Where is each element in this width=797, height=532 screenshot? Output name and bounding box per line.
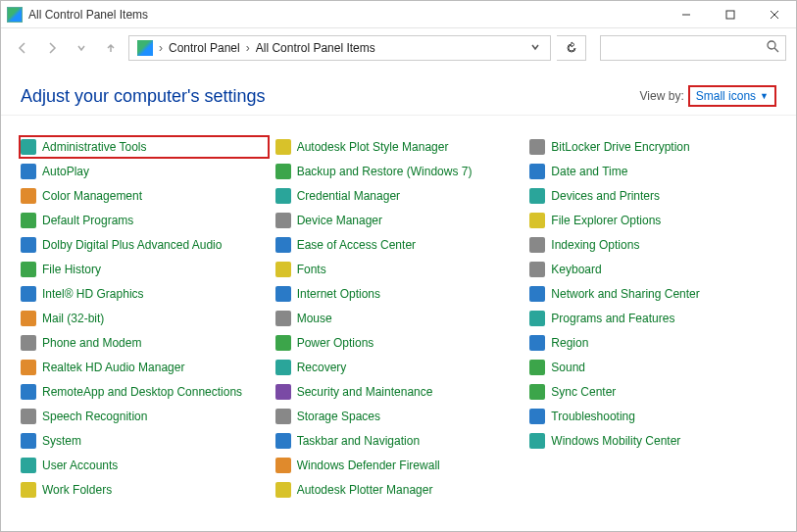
- chevron-right-icon[interactable]: ›: [244, 41, 252, 55]
- back-button[interactable]: [11, 36, 34, 60]
- breadcrumb-current[interactable]: All Control Panel Items: [252, 41, 379, 55]
- titlebar: All Control Panel Items: [1, 1, 796, 28]
- cpl-item-mouse[interactable]: Mouse: [274, 307, 524, 330]
- search-icon: [767, 40, 779, 56]
- keyboard-icon: [529, 262, 545, 277]
- cpl-item-autodesk-plot-style-manager[interactable]: Autodesk Plot Style Manager: [274, 135, 524, 159]
- date-and-time-icon: [529, 164, 545, 179]
- cpl-item-label: Credential Manager: [297, 189, 400, 203]
- cpl-item-label: Network and Sharing Center: [551, 287, 699, 301]
- chevron-down-icon: ▼: [760, 91, 769, 101]
- refresh-button[interactable]: [557, 35, 586, 61]
- cpl-item-mail-32-bit[interactable]: Mail (32-bit): [19, 307, 270, 330]
- cpl-item-label: Phone and Modem: [42, 336, 141, 350]
- cpl-item-recovery[interactable]: Recovery: [274, 356, 524, 379]
- cpl-item-network-and-sharing-center[interactable]: Network and Sharing Center: [527, 282, 778, 306]
- cpl-item-label: Internet Options: [297, 287, 380, 301]
- cpl-item-label: Dolby Digital Plus Advanced Audio: [42, 238, 222, 252]
- cpl-item-default-programs[interactable]: Default Programs: [19, 209, 270, 232]
- cpl-item-windows-defender-firewall[interactable]: Windows Defender Firewall: [274, 454, 524, 477]
- view-by-label: View by:: [640, 89, 684, 103]
- address-bar[interactable]: › Control Panel › All Control Panel Item…: [128, 35, 551, 61]
- cpl-item-fonts[interactable]: Fonts: [274, 258, 524, 281]
- cpl-item-dolby-digital-plus-advanced-audio[interactable]: Dolby Digital Plus Advanced Audio: [19, 233, 270, 257]
- cpl-item-sync-center[interactable]: Sync Center: [527, 380, 778, 404]
- dolby-digital-plus-advanced-audio-icon: [21, 237, 36, 253]
- cpl-item-windows-mobility-center[interactable]: Windows Mobility Center: [527, 429, 778, 453]
- troubleshooting-icon: [529, 409, 545, 424]
- cpl-item-label: Windows Defender Firewall: [297, 459, 440, 472]
- cpl-item-taskbar-and-navigation[interactable]: Taskbar and Navigation: [274, 429, 524, 453]
- cpl-item-color-management[interactable]: Color Management: [19, 184, 270, 208]
- cpl-item-label: AutoPlay: [42, 165, 89, 178]
- internet-options-icon: [275, 286, 291, 302]
- cpl-item-realtek-hd-audio-manager[interactable]: Realtek HD Audio Manager: [19, 356, 270, 379]
- cpl-item-device-manager[interactable]: Device Manager: [274, 209, 524, 232]
- cpl-item-intel-hd-graphics[interactable]: Intel® HD Graphics: [19, 282, 270, 306]
- cpl-item-date-and-time[interactable]: Date and Time: [527, 160, 778, 183]
- minimize-button[interactable]: [664, 1, 708, 28]
- cpl-item-ease-of-access-center[interactable]: Ease of Access Center: [274, 233, 524, 257]
- cpl-item-file-explorer-options[interactable]: File Explorer Options: [527, 209, 778, 232]
- cpl-item-devices-and-printers[interactable]: Devices and Printers: [527, 184, 778, 208]
- cpl-item-programs-and-features[interactable]: Programs and Features: [527, 307, 778, 330]
- programs-and-features-icon: [529, 311, 545, 326]
- cpl-item-file-history[interactable]: File History: [19, 258, 270, 281]
- taskbar-and-navigation-icon: [275, 433, 291, 449]
- administrative-tools-icon: [21, 139, 36, 155]
- cpl-item-work-folders[interactable]: Work Folders: [19, 478, 270, 502]
- cpl-item-autodesk-plotter-manager[interactable]: Autodesk Plotter Manager: [274, 478, 524, 502]
- window-title: All Control Panel Items: [28, 8, 148, 22]
- up-button[interactable]: [99, 36, 123, 60]
- cpl-item-user-accounts[interactable]: User Accounts: [19, 454, 270, 477]
- cpl-item-label: BitLocker Drive Encryption: [551, 140, 689, 154]
- cpl-item-region[interactable]: Region: [527, 331, 778, 355]
- sync-center-icon: [529, 384, 545, 400]
- user-accounts-icon: [21, 458, 36, 473]
- cpl-item-bitlocker-drive-encryption[interactable]: BitLocker Drive Encryption: [527, 135, 778, 159]
- credential-manager-icon: [275, 188, 291, 204]
- chevron-right-icon[interactable]: ›: [157, 41, 165, 55]
- cpl-item-internet-options[interactable]: Internet Options: [274, 282, 524, 306]
- cpl-item-phone-and-modem[interactable]: Phone and Modem: [19, 331, 270, 355]
- cpl-item-label: Ease of Access Center: [297, 238, 416, 252]
- view-by-selector[interactable]: Small icons ▼: [688, 85, 776, 107]
- forward-button[interactable]: [40, 36, 64, 60]
- cpl-item-label: Security and Maintenance: [297, 385, 433, 399]
- cpl-item-speech-recognition[interactable]: Speech Recognition: [19, 405, 270, 428]
- breadcrumb-root[interactable]: Control Panel: [165, 41, 244, 55]
- cpl-item-sound[interactable]: Sound: [527, 356, 778, 379]
- cpl-item-credential-manager[interactable]: Credential Manager: [274, 184, 524, 208]
- cpl-item-label: Administrative Tools: [42, 140, 147, 154]
- close-button[interactable]: [752, 1, 796, 28]
- storage-spaces-icon: [275, 409, 291, 424]
- cpl-item-autoplay[interactable]: AutoPlay: [19, 160, 270, 183]
- maximize-button[interactable]: [708, 1, 752, 28]
- windows-mobility-center-icon: [529, 433, 545, 449]
- cpl-item-remoteapp-and-desktop-connections[interactable]: RemoteApp and Desktop Connections: [19, 380, 270, 404]
- fonts-icon: [275, 262, 291, 277]
- file-history-icon: [21, 262, 36, 277]
- recovery-icon: [275, 360, 291, 375]
- cpl-item-system[interactable]: System: [19, 429, 270, 453]
- cpl-item-power-options[interactable]: Power Options: [274, 331, 524, 355]
- cpl-item-storage-spaces[interactable]: Storage Spaces: [274, 405, 524, 428]
- cpl-item-security-and-maintenance[interactable]: Security and Maintenance: [274, 380, 524, 404]
- devices-and-printers-icon: [529, 188, 545, 204]
- cpl-item-keyboard[interactable]: Keyboard: [527, 258, 778, 281]
- sound-icon: [529, 360, 545, 375]
- device-manager-icon: [275, 213, 291, 228]
- search-box[interactable]: [600, 35, 786, 61]
- cpl-item-administrative-tools[interactable]: Administrative Tools: [19, 135, 270, 159]
- network-and-sharing-center-icon: [529, 286, 545, 302]
- cpl-item-label: Device Manager: [297, 214, 382, 227]
- cpl-item-backup-and-restore-windows-7[interactable]: Backup and Restore (Windows 7): [274, 160, 524, 183]
- recent-locations-button[interactable]: [70, 36, 93, 60]
- cpl-item-label: Taskbar and Navigation: [297, 434, 420, 448]
- address-dropdown-button[interactable]: [524, 41, 546, 55]
- cpl-item-label: File Explorer Options: [551, 214, 661, 227]
- cpl-item-label: User Accounts: [42, 459, 118, 472]
- system-icon: [21, 433, 36, 449]
- cpl-item-indexing-options[interactable]: Indexing Options: [527, 233, 778, 257]
- cpl-item-troubleshooting[interactable]: Troubleshooting: [527, 405, 778, 428]
